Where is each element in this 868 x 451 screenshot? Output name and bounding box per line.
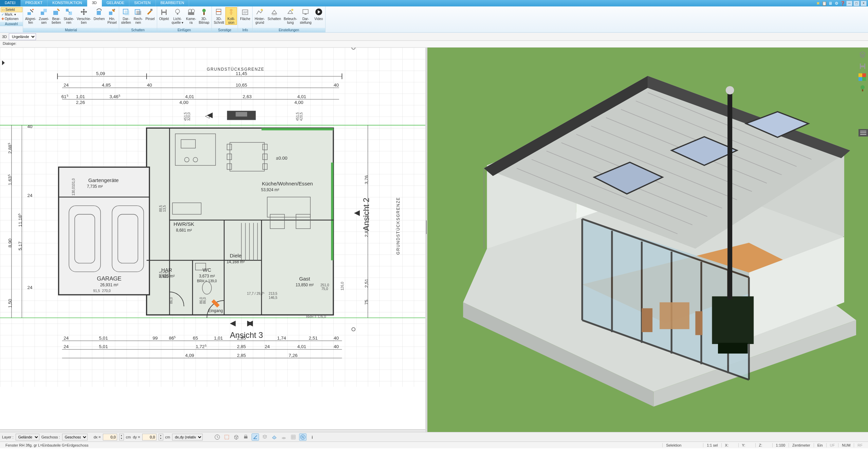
furniture-icon[interactable] [858,62,867,70]
group-info: Info [238,28,252,32]
clipboard-icon[interactable]: 📋 [821,1,827,6]
einst-schatten[interactable]: Schatten [266,7,282,21]
svg-rect-200 [660,302,689,329]
mark-button[interactable]: ✓Mark. ▾ [1,12,22,17]
status-ein: Ein [814,443,826,447]
material-bearbeiten[interactable]: Bear- beiten [50,7,62,25]
sonstige-schnitt[interactable]: 3D- Schnitt [213,7,226,25]
print-icon[interactable] [242,433,250,441]
tool-icon[interactable]: ✖ [815,1,821,6]
geschoss-combo[interactable]: Geschoss 5 [62,434,88,440]
svg-text:±0.00: ±0.00 [276,156,288,161]
svg-text:24: 24 [63,344,69,349]
group-einstellungen: Einstellungen [253,28,325,32]
einst-hintergrund[interactable]: Hinter- grund [253,7,266,25]
tab-sichten[interactable]: SICHTEN [129,0,155,6]
sonstige-kollision[interactable]: Kolli- sion [225,7,237,25]
group-schatten: Schatten [119,28,157,32]
svg-rect-35 [303,10,308,14]
svg-rect-7 [97,11,101,15]
info-i-icon[interactable]: i [309,433,316,441]
einfuegen-bitmap[interactable]: 3D- Bitmap [198,7,211,25]
einst-video[interactable]: Video [313,7,325,21]
schatten-rechnen[interactable]: Rech- nen [132,7,144,25]
rel-combo[interactable]: dx,dy (relativ ka [172,434,203,440]
cube-icon[interactable] [233,433,240,441]
h-scrollbar[interactable] [0,429,425,432]
schatten-pinsel[interactable]: Pinsel [144,7,156,21]
layers-icon[interactable] [858,50,867,58]
base-icon[interactable] [280,433,288,441]
monitor-icon[interactable]: 🖥 [828,1,833,6]
einfuegen-kamera[interactable]: Kame- ra [185,7,197,25]
dy-input[interactable] [142,434,156,440]
layers-stack-icon[interactable] [261,433,269,441]
einst-beleuchtung[interactable]: Beleuch- tung [282,7,298,25]
material-hinpinsel[interactable]: Hin. Pinsel [106,7,118,25]
material-skalieren[interactable]: Skalie- ren [62,7,76,25]
plane-icon[interactable] [271,433,278,441]
grid-icon[interactable] [290,433,297,441]
svg-text:10,65: 10,65 [236,83,247,88]
layer-select[interactable]: Urgelände [9,33,36,40]
close-button[interactable]: × [861,1,867,6]
tree-icon[interactable] [858,84,867,92]
floorplan-panel[interactable]: GRUNDSTÜCKSGRENZE 5,0911,45 244,854010,6… [0,48,425,432]
3d-view-panel[interactable] [427,48,868,432]
status-z: Z: [755,443,772,447]
einfuegen-objekt[interactable]: Objekt [158,7,170,21]
svg-text:146,5: 146,5 [269,296,278,300]
minimize-button[interactable]: ─ [846,1,852,6]
material-abgreifen[interactable]: Abgrei- fen [24,7,37,25]
dx-spinner[interactable]: ▲▼ [119,434,124,440]
maximize-button[interactable]: □ [853,1,860,6]
info-flaeche[interactable]: m²Fläche [239,7,252,21]
svg-text:2,26: 2,26 [76,100,85,105]
svg-rect-215 [727,91,732,299]
material-drehen[interactable]: Drehen [92,7,106,21]
schatten-darstellen[interactable]: Dar- stellen [120,7,132,25]
tab-bearbeiten[interactable]: BEARBEITEN [156,0,189,6]
tab-gelaende[interactable]: GELÄNDE [102,0,130,6]
svg-rect-8 [109,12,112,15]
svg-text:HWR/SK: HWR/SK [173,221,194,227]
angle-icon[interactable] [252,433,259,441]
svg-rect-19 [166,10,167,12]
clock-icon[interactable] [214,433,221,441]
tab-datei[interactable]: DATEI [0,0,21,6]
svg-rect-221 [864,64,865,66]
status-bar: Fenster RH 3flg. gr L=Einbauteile G=Erdg… [0,441,868,448]
svg-text:24: 24 [63,336,69,341]
options-button[interactable]: ✚Optionen [1,17,22,21]
tab-projekt[interactable]: PROJEKT [21,0,48,6]
bottom-bar: Layer : Geländer Geschoss : Geschoss 5 d… [0,432,868,441]
dy-spinner[interactable]: ▲▼ [159,434,163,440]
help-icon[interactable]: ❓ [840,1,845,6]
svg-rect-163 [236,112,247,117]
dx-input[interactable] [103,434,117,440]
svg-text:1,50: 1,50 [7,299,13,308]
settings-icon[interactable]: ⚙ [834,1,839,6]
select-rect-icon[interactable] [223,433,230,441]
einfuegen-lichtquelle[interactable]: Licht- quelle ▾ [170,7,185,25]
svg-text:N: N [301,435,304,439]
north-icon[interactable]: N [299,433,307,441]
expand-sidebar-icon[interactable] [858,129,868,137]
layer-combo[interactable]: Geländer [16,434,39,440]
color-swatch-icon[interactable] [858,73,866,81]
dy-label: dy = [133,435,140,439]
material-zuweisen[interactable]: Zuwei- sen [37,7,50,25]
select-button[interactable]: ▭Selekt [1,7,22,12]
material-verschieben[interactable]: Verschie- ben [75,7,92,25]
svg-rect-85 [331,163,333,260]
svg-point-33 [272,14,277,15]
svg-text:40: 40 [334,336,339,341]
svg-text:11,45: 11,45 [236,71,247,76]
svg-text:14,168 m²: 14,168 m² [227,259,245,264]
einst-darstellung[interactable]: Dar- stellung [298,7,313,25]
tab-3d[interactable]: 3D [87,0,102,6]
svg-rect-223 [862,89,863,91]
svg-text:7,26: 7,26 [289,353,297,358]
floorplan-drawing[interactable]: GRUNDSTÜCKSGRENZE 5,0911,45 244,854010,6… [0,48,425,387]
tab-konstruktion[interactable]: KONSTRUKTION [48,0,87,6]
